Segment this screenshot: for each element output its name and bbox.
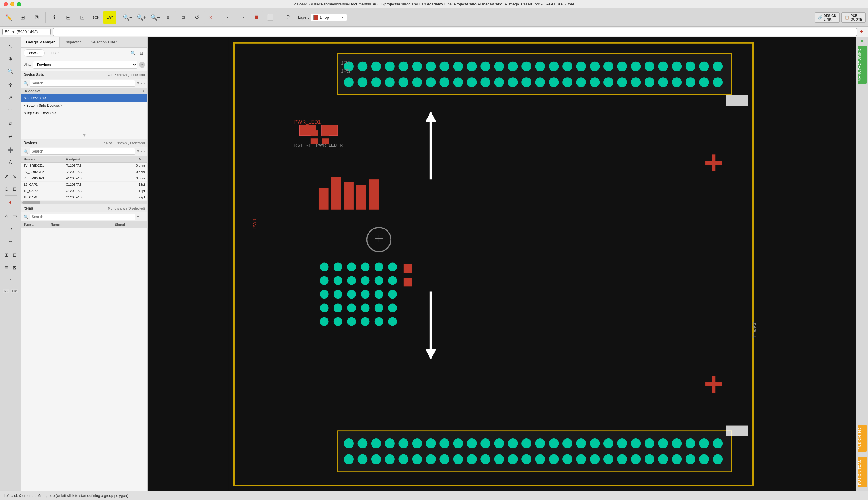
forward-tool[interactable]: → [236, 11, 249, 24]
devices-dropdown-arrow[interactable]: ▼ [136, 149, 140, 154]
filter-tool[interactable]: ⧉ [30, 11, 43, 24]
devices-scroll-thumb[interactable] [22, 201, 41, 204]
help-btn[interactable]: ? [282, 11, 294, 24]
sub-tab-browser[interactable]: Browser [24, 49, 45, 57]
table-row[interactable]: 5V_BRIDGE2 R1206FAB 0 ohm [21, 169, 148, 175]
device-sets-scroll-down[interactable]: ▼ [21, 132, 148, 139]
table-row[interactable]: 12_CAP2 C1206FAB 18pf [21, 188, 148, 194]
text-tool[interactable]: A [3, 157, 18, 169]
close-button[interactable] [4, 2, 8, 6]
grid-tool[interactable]: ⊞ [16, 11, 29, 24]
play-tool[interactable]: ⬜ [264, 11, 276, 24]
pcb-quote-button[interactable]: 📋 PCBQUOTE [842, 12, 866, 23]
device-set-item-0[interactable]: <All Devices> [21, 94, 148, 102]
dimension-tool[interactable]: ↔ [3, 235, 18, 247]
table-row[interactable]: 12_CAP1 C1206FAB 18pf [21, 182, 148, 188]
poly-tool[interactable]: △ [3, 210, 10, 222]
pointer-tool[interactable]: ↖ [3, 40, 18, 52]
route-tool-r[interactable]: ↘ [11, 170, 19, 182]
mirror-tool[interactable]: ⇌ [3, 130, 18, 142]
zoom-full[interactable]: ⊡ [177, 11, 190, 24]
panel-tabs: Design Manager Inspector Selection Filte… [21, 37, 148, 48]
net-tool[interactable]: ≡ [3, 261, 10, 273]
zoom-out-panel[interactable]: ⊟ [138, 49, 145, 57]
pcb-canvas[interactable]: JP4 JP5 + PWR_LED1 RST_RT PWR_LED_RT [148, 37, 856, 491]
pad-tool[interactable]: ⊡ [11, 183, 19, 195]
tab-inspector[interactable]: Inspector [60, 37, 85, 47]
table-row[interactable]: 5V_BRIDGE1 R1206FAB 0 ohm [21, 162, 148, 169]
zoom-view[interactable]: 🔍 [3, 65, 18, 77]
sch-tool[interactable]: SCH [90, 11, 102, 24]
sub-tab-filter[interactable]: Filter [47, 50, 62, 56]
items-options[interactable]: ··· [141, 214, 145, 219]
command-input[interactable] [53, 28, 857, 36]
items-search-input[interactable] [30, 214, 135, 220]
device-set-item-1[interactable]: <Bottom Side Devices> [21, 102, 148, 110]
add-tool[interactable]: ➕ [3, 144, 18, 156]
route-tool-l[interactable]: ↗ [3, 170, 10, 182]
svg-text:+: + [704, 366, 723, 402]
svg-text:JP4: JP4 [341, 60, 350, 66]
refresh[interactable]: ↺ [191, 11, 203, 24]
drc-tool[interactable]: ✕ [205, 11, 217, 24]
fusion360-button[interactable]: FUSION 360 [858, 425, 867, 452]
table-row[interactable]: 15_CAP1 C1206FAB 22pf [21, 194, 148, 201]
move-tool[interactable]: ✛ [3, 79, 18, 91]
rotate-tool[interactable]: ↗ [3, 91, 18, 103]
maximize-button[interactable] [17, 2, 21, 6]
group-tool[interactable]: ⬚ [3, 105, 18, 117]
table-row[interactable]: 5V_BRIDGE3 R1206FAB 0 ohm [21, 175, 148, 182]
devices-name-sort[interactable]: ▲ [33, 158, 36, 161]
layout-tool[interactable]: ⊟ [62, 11, 75, 24]
lay-tool[interactable]: LAY [103, 11, 116, 24]
device-sets-options[interactable]: ··· [141, 80, 145, 86]
device-set-item-2[interactable]: <Top Side Devices> [21, 110, 148, 117]
stop-tool[interactable]: ⏹ [250, 11, 263, 24]
pin-tool[interactable]: ⊟ [11, 249, 19, 261]
rect-tool[interactable]: ▭ [11, 210, 19, 222]
icon-row3: △ ▭ [3, 210, 19, 222]
back-tool[interactable]: ← [222, 11, 235, 24]
bus-tool[interactable]: ⊠ [11, 261, 19, 273]
zoom-area[interactable]: ⊞− [163, 11, 175, 24]
route-tool[interactable]: ⊡ [76, 11, 88, 24]
device-sets-scroll-up[interactable]: ▲ [142, 89, 145, 93]
component-tool[interactable]: ⊞ [3, 249, 10, 261]
items-type-sort[interactable]: ▲ [32, 223, 34, 226]
devices-table-header: Name ▲ Footprint V [21, 156, 148, 162]
minimize-button[interactable] [10, 2, 14, 6]
drc-icon[interactable]: ● [3, 196, 18, 208]
collapse-btn[interactable]: ⌃ [3, 275, 18, 287]
manufacturing-button[interactable]: MANUFACTURING [858, 46, 867, 83]
device-sets-search-input[interactable] [30, 80, 135, 87]
tab-selection-filter[interactable]: Selection Filter [86, 37, 122, 47]
icon-row2: ⊙ ⊡ [3, 183, 19, 195]
svg-point-145 [385, 454, 395, 464]
zoom-in[interactable]: 🔍+ [135, 11, 148, 24]
design-link-button[interactable]: 🔗 DESIGNLINK [815, 12, 840, 23]
cross-tool[interactable]: ⊕ [3, 53, 18, 65]
zoom-in-panel[interactable]: 🔍 [129, 49, 137, 57]
via-tool[interactable]: ⊙ [3, 183, 10, 195]
devices-options[interactable]: ··· [141, 149, 145, 154]
zoom-out[interactable]: 🔍− [149, 11, 162, 24]
svg-text:RST_RT: RST_RT [294, 143, 311, 147]
devices-search-input[interactable] [30, 148, 135, 155]
fusion-team-button[interactable]: FUSION TEAM [858, 457, 867, 487]
svg-point-47 [562, 77, 572, 87]
help-icon[interactable]: ? [139, 62, 145, 68]
items-dropdown-arrow[interactable]: ▼ [136, 215, 140, 219]
device-sets-dropdown-arrow[interactable]: ▼ [136, 81, 140, 86]
info-tool[interactable]: ℹ [48, 11, 61, 24]
tab-design-manager[interactable]: Design Manager [21, 37, 60, 47]
svg-point-78 [320, 263, 329, 271]
statusbar: Left-click & drag to define group (or le… [0, 491, 868, 500]
select-tool[interactable]: ✏️ [2, 11, 15, 24]
view-select[interactable]: Devices [33, 61, 137, 69]
zoom-fit[interactable]: 🔍− [121, 11, 134, 24]
svg-point-41 [480, 77, 490, 87]
svg-point-27 [672, 61, 682, 71]
measure-tool[interactable]: ⊸ [3, 223, 18, 235]
copy-tool[interactable]: ⧉ [3, 117, 18, 130]
layer-dropdown[interactable]: 1 Top ▼ [311, 14, 347, 21]
